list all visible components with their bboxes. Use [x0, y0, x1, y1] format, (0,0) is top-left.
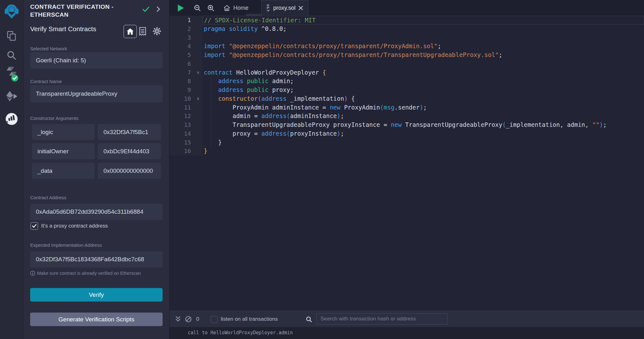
network-label: Selected Network — [30, 46, 67, 51]
constructor-args-label: Constructor Arguments — [30, 116, 78, 121]
zoom-out-icon — [194, 4, 201, 12]
terminal-search-icon — [306, 316, 312, 324]
network-select[interactable]: Goerli (Chain id: 5) — [30, 52, 163, 69]
fold-gutter — [194, 25, 203, 33]
code-line-3[interactable]: 3 — [169, 33, 644, 42]
line-number: 7 — [169, 68, 194, 77]
code-line-13[interactable]: 13 TransparentUpgradeableProxy proxyInst… — [169, 121, 644, 129]
deploy-and-run-icon[interactable] — [5, 91, 18, 103]
code-editor: Home proxy.sol 1// SPDX- — [169, 0, 644, 311]
code-text: admin = address(adminInstance); — [203, 112, 644, 121]
code-line-5[interactable]: 5import "@openzeppelin/contracts/proxy/t… — [169, 51, 644, 59]
code-line-7[interactable]: 7∨contract HelloWorldProxyDeployer { — [169, 68, 644, 77]
solidity-compiler-icon[interactable] — [5, 66, 19, 85]
code-line-16[interactable]: 16} — [169, 147, 644, 155]
code-line-9[interactable]: 9 address public proxy; — [169, 86, 644, 94]
block-icon — [185, 316, 192, 323]
line-number: 1 — [169, 16, 194, 25]
receipts-button[interactable] — [139, 27, 147, 37]
code-line-6[interactable]: 6 — [169, 59, 644, 68]
zoom-out-button[interactable] — [194, 4, 201, 13]
arg-value-field[interactable]: 0x32Df3A7f5Bc1 — [98, 124, 161, 140]
remix-logo-icon[interactable] — [4, 3, 19, 21]
etherscan-plugin-icon[interactable] — [5, 113, 18, 127]
line-number: 3 — [169, 33, 194, 42]
status-check-icon — [142, 6, 150, 14]
arg-value-field[interactable]: 0xbDc9Ef44d403 — [98, 143, 161, 159]
panel-collapse-chevron-icon[interactable] — [155, 6, 161, 14]
code-text — [203, 33, 644, 42]
line-number: 13 — [169, 121, 194, 129]
panel-title: CONTRACT VERIFICATION - ETHERSCAN — [30, 3, 125, 19]
expand-terminal-button[interactable] — [174, 315, 182, 324]
transaction-count: 0 — [196, 311, 199, 327]
terminal-search-input[interactable] — [316, 313, 448, 325]
fold-gutter — [194, 42, 203, 51]
search-icon[interactable] — [6, 50, 17, 62]
terminal-output[interactable]: call to HelloWorldProxyDeployer.admin — [169, 327, 644, 339]
listen-transactions-checkbox[interactable] — [211, 316, 218, 323]
fold-gutter — [194, 77, 203, 86]
tab-home[interactable]: Home — [220, 0, 252, 16]
code-line-15[interactable]: 15 } — [169, 138, 644, 147]
tab-proxy-sol-label: proxy.sol — [273, 5, 296, 11]
close-tab-icon[interactable] — [298, 6, 303, 10]
code-line-14[interactable]: 14 proxy = address(proxyInstance); — [169, 129, 644, 138]
tab-proxy-sol[interactable]: proxy.sol — [261, 0, 308, 15]
code-line-4[interactable]: 4import "@openzeppelin/contracts/proxy/t… — [169, 42, 644, 51]
proxy-address-checkbox[interactable] — [31, 222, 38, 230]
verify-button[interactable]: Verify — [30, 288, 163, 302]
clear-console-button[interactable] — [185, 316, 192, 324]
line-number: 5 — [169, 51, 194, 59]
settings-button[interactable] — [153, 27, 161, 37]
listen-transactions-label[interactable]: listen on all transactions — [221, 311, 278, 327]
arg-name-field[interactable]: _data — [32, 163, 95, 179]
etherscan-note-text: Make sure contract is already verified o… — [37, 271, 141, 276]
file-explorer-icon[interactable] — [6, 30, 17, 43]
code-line-8[interactable]: 8 address public admin; — [169, 77, 644, 86]
code-text: pragma solidity ^0.8.0; — [203, 25, 644, 33]
tab-home-label: Home — [233, 5, 248, 11]
contract-name-label: Contract Name — [30, 79, 62, 84]
arg-name-field[interactable]: initialOwner — [32, 143, 95, 159]
fold-chevron-icon[interactable]: ∨ — [194, 68, 203, 77]
code-text: constructor(address _implementation) { — [203, 94, 644, 103]
code-line-2[interactable]: 2pragma solidity ^0.8.0; — [169, 25, 644, 33]
contract-name-select[interactable]: TransparentUpgradeableProxy — [30, 85, 163, 102]
proxy-checkbox-label[interactable]: It's a proxy contract address — [41, 223, 108, 229]
contract-address-input[interactable]: 0xAda05d6DB72dd39290d54c311b6884 — [30, 204, 163, 220]
fold-gutter — [194, 129, 203, 138]
info-icon — [30, 271, 35, 276]
home-view-button[interactable] — [124, 25, 137, 38]
fold-gutter — [194, 112, 203, 121]
arg-name-field[interactable]: _logic — [32, 124, 95, 140]
code-text: address public proxy; — [203, 86, 644, 94]
expected-impl-input[interactable]: 0x32Df3A7f5Bc1834368Fa642Bdbc7c68 — [30, 251, 163, 268]
fold-gutter — [194, 103, 203, 112]
code-line-1[interactable]: 1// SPDX-License-Identifier: MIT — [169, 16, 644, 25]
run-script-button[interactable] — [177, 4, 185, 13]
line-number: 12 — [169, 112, 194, 121]
line-number: 16 — [169, 147, 194, 155]
code-line-12[interactable]: 12 admin = address(adminInstance); — [169, 112, 644, 121]
generate-scripts-button[interactable]: Generate Verification Scripts — [30, 313, 163, 326]
fold-gutter — [194, 147, 203, 155]
etherscan-note: Make sure contract is already verified o… — [30, 271, 141, 276]
code-area[interactable]: 1// SPDX-License-Identifier: MIT2pragma … — [169, 16, 644, 311]
code-line-11[interactable]: 11 ProxyAdmin adminInstance = new ProxyA… — [169, 103, 644, 112]
fold-chevron-icon[interactable]: ∨ — [194, 94, 203, 103]
line-number: 11 — [169, 103, 194, 112]
code-text: // SPDX-License-Identifier: MIT — [203, 16, 644, 25]
code-text — [203, 59, 644, 68]
code-lines: 1// SPDX-License-Identifier: MIT2pragma … — [169, 16, 644, 155]
arg-value-field[interactable]: 0x0000000000000 — [98, 163, 161, 179]
expected-impl-label: Expected Implementation Address — [30, 242, 102, 248]
code-text: contract HelloWorldProxyDeployer { — [203, 68, 644, 77]
contract-address-label: Contract Address — [30, 195, 66, 200]
terminal-log-line[interactable]: call to HelloWorldProxyDeployer.admin — [188, 327, 293, 338]
code-text: address public admin; — [203, 77, 644, 86]
double-chevron-down-icon — [174, 315, 182, 323]
zoom-in-button[interactable] — [207, 4, 215, 13]
code-text: ProxyAdmin adminInstance = new ProxyAdmi… — [203, 103, 644, 112]
code-line-10[interactable]: 10∨ constructor(address _implementation)… — [169, 94, 644, 103]
